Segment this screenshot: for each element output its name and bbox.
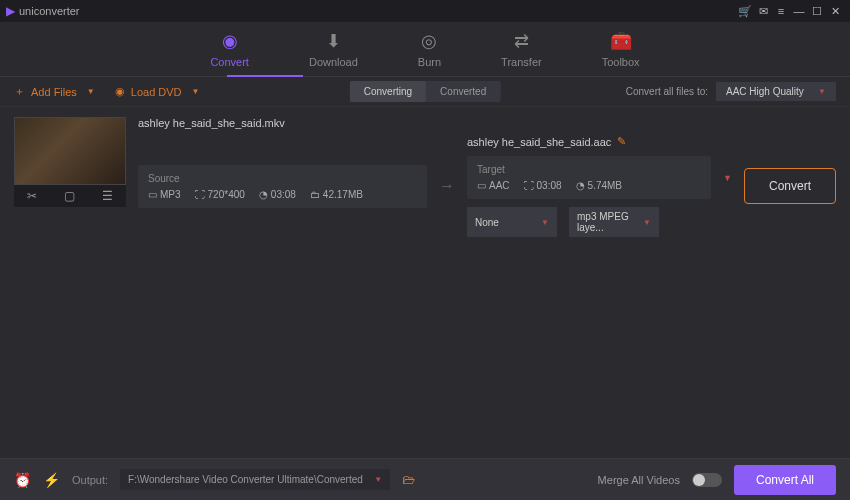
maximize-icon[interactable]: ☐ <box>808 5 826 18</box>
convert-button[interactable]: Convert <box>744 168 836 204</box>
target-size: ◔ 5.74MB <box>576 180 622 191</box>
main-tabs: ◉ Convert ⬇ Download ◎ Burn ⇄ Transfer 🧰… <box>0 22 850 77</box>
toolbar: ＋ Add Files ▼ ◉ Load DVD ▼ Converting Co… <box>0 77 850 107</box>
merge-label: Merge All Videos <box>598 474 680 486</box>
tab-label: Transfer <box>501 56 542 68</box>
source-resolution: ⛶ 720*400 <box>195 189 245 200</box>
footer: ⏰ ⚡ Output: F:\Wondershare Video Convert… <box>0 458 850 500</box>
app-logo-icon: ▶ <box>6 4 15 18</box>
add-files-label: Add Files <box>31 86 77 98</box>
toolbox-icon: 🧰 <box>610 30 632 52</box>
load-dvd-label: Load DVD <box>131 86 182 98</box>
cut-icon[interactable]: ✂ <box>27 189 37 203</box>
gpu-icon[interactable]: ⚡ <box>43 472 60 488</box>
output-label: Output: <box>72 474 108 486</box>
convert-all-button[interactable]: Convert All <box>734 465 836 495</box>
chevron-down-icon[interactable]: ▼ <box>719 173 736 183</box>
target-codec: ▭ AAC <box>477 180 510 191</box>
status-segment: Converting Converted <box>350 81 501 102</box>
item-info: ashley he_said_she_said.mkv Source ▭ MP3… <box>138 117 836 237</box>
chevron-down-icon: ▼ <box>192 87 200 96</box>
minimize-icon[interactable]: — <box>790 5 808 17</box>
arrow-icon: → <box>435 177 459 195</box>
tab-convert[interactable]: ◉ Convert <box>210 30 249 68</box>
app-title: uniconverter <box>19 5 80 17</box>
tab-label: Toolbox <box>602 56 640 68</box>
source-title: Source <box>148 173 417 184</box>
open-folder-icon[interactable]: 🗁 <box>402 472 415 487</box>
target-filename: ashley he_said_she_said.aac <box>467 136 611 148</box>
audio-select-label: mp3 MPEG laye... <box>577 211 643 233</box>
format-selected-label: AAC High Quality <box>726 86 804 97</box>
segment-converting[interactable]: Converting <box>350 81 426 102</box>
convert-icon: ◉ <box>222 30 238 52</box>
menu-icon[interactable]: ≡ <box>772 5 790 17</box>
file-item: ✂ ▢ ☰ ashley he_said_she_said.mkv Source… <box>14 117 836 237</box>
close-icon[interactable]: ✕ <box>826 5 844 18</box>
tab-toolbox[interactable]: 🧰 Toolbox <box>602 30 640 68</box>
source-duration: ◔ 03:08 <box>259 189 296 200</box>
merge-toggle[interactable] <box>692 473 722 487</box>
add-files-button[interactable]: ＋ Add Files ▼ <box>14 84 95 99</box>
segment-converted[interactable]: Converted <box>426 81 500 102</box>
download-icon: ⬇ <box>326 30 341 52</box>
chevron-down-icon: ▼ <box>87 87 95 96</box>
thumbnail-column: ✂ ▢ ☰ <box>14 117 126 207</box>
message-icon[interactable]: ✉ <box>754 5 772 18</box>
chevron-down-icon: ▼ <box>374 475 382 484</box>
transfer-icon: ⇄ <box>514 30 529 52</box>
tab-underline <box>227 75 303 77</box>
burn-icon: ◎ <box>421 30 437 52</box>
edit-icon[interactable]: ✎ <box>617 135 626 148</box>
settings-icon[interactable]: ☰ <box>102 189 113 203</box>
tab-label: Burn <box>418 56 441 68</box>
titlebar: ▶ uniconverter 🛒 ✉ ≡ — ☐ ✕ <box>0 0 850 22</box>
tab-download[interactable]: ⬇ Download <box>309 30 358 68</box>
target-title: Target <box>477 164 701 175</box>
subtitle-select[interactable]: None ▼ <box>467 207 557 237</box>
output-path-select[interactable]: F:\Wondershare Video Converter Ultimate\… <box>120 469 390 490</box>
target-duration: ⛶ 03:08 <box>524 180 562 191</box>
source-codec: ▭ MP3 <box>148 189 181 200</box>
chevron-down-icon: ▼ <box>818 87 826 96</box>
tab-burn[interactable]: ◎ Burn <box>418 30 441 68</box>
target-panel[interactable]: Target ▭ AAC ⛶ 03:08 ◔ 5.74MB <box>467 156 711 199</box>
source-size: 🗀 42.17MB <box>310 189 363 200</box>
chevron-down-icon: ▼ <box>643 218 651 227</box>
file-list: ✂ ▢ ☰ ashley he_said_she_said.mkv Source… <box>0 107 850 247</box>
alarm-icon[interactable]: ⏰ <box>14 472 31 488</box>
video-thumbnail[interactable] <box>14 117 126 185</box>
convert-all-to-label: Convert all files to: <box>626 86 708 97</box>
output-path-text: F:\Wondershare Video Converter Ultimate\… <box>128 474 363 485</box>
crop-icon[interactable]: ▢ <box>64 189 75 203</box>
cart-icon[interactable]: 🛒 <box>736 5 754 18</box>
format-select[interactable]: AAC High Quality ▼ <box>716 82 836 101</box>
thumbnail-tools: ✂ ▢ ☰ <box>14 185 126 207</box>
source-panel: Source ▭ MP3 ⛶ 720*400 ◔ 03:08 🗀 42.17MB <box>138 165 427 208</box>
source-filename: ashley he_said_she_said.mkv <box>138 117 836 129</box>
subtitle-select-label: None <box>475 217 499 228</box>
tab-label: Convert <box>210 56 249 68</box>
plus-icon: ＋ <box>14 84 25 99</box>
tab-label: Download <box>309 56 358 68</box>
chevron-down-icon: ▼ <box>541 218 549 227</box>
disc-icon: ◉ <box>115 85 125 98</box>
load-dvd-button[interactable]: ◉ Load DVD ▼ <box>115 85 200 98</box>
tab-transfer[interactable]: ⇄ Transfer <box>501 30 542 68</box>
audio-select[interactable]: mp3 MPEG laye... ▼ <box>569 207 659 237</box>
